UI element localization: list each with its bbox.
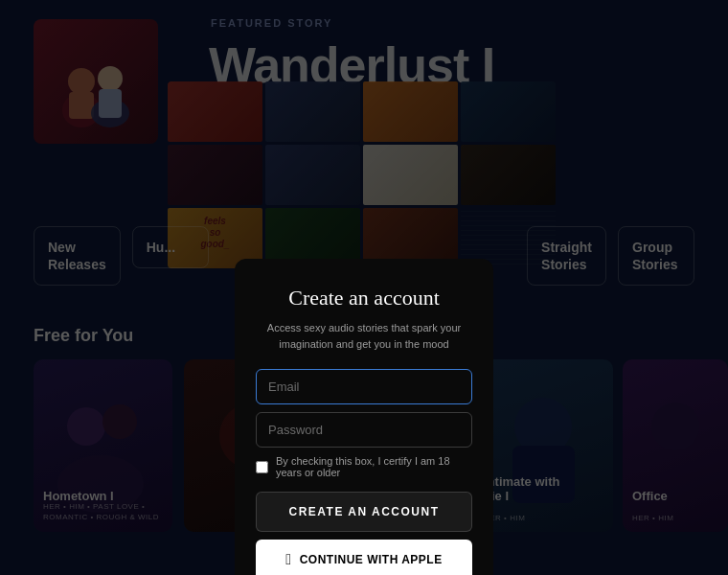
age-verification-row: By checking this box, I certify I am 18 … [256,455,472,478]
create-account-modal: Create an account Access sexy audio stor… [235,259,493,575]
continue-apple-button[interactable]:  CONTINUE WITH APPLE [256,540,472,575]
modal-title: Create an account [256,286,472,310]
create-account-button[interactable]: CREATE AN ACCOUNT [256,492,472,532]
apple-icon:  [285,551,291,568]
age-checkbox[interactable] [256,461,268,473]
apple-button-label: CONTINUE WITH APPLE [300,553,443,566]
checkbox-label: By checking this box, I certify I am 18 … [276,455,472,478]
email-field[interactable] [256,369,472,404]
password-field[interactable] [256,412,472,448]
modal-subtitle: Access sexy audio stories that spark you… [256,320,472,352]
